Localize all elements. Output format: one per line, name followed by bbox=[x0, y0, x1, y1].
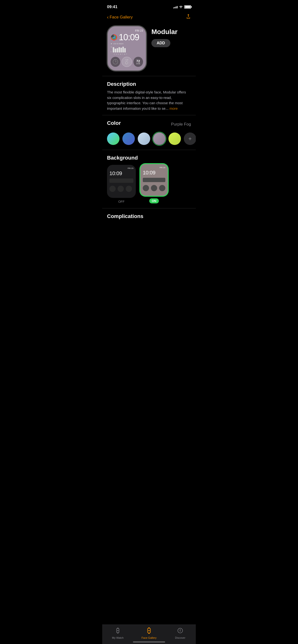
chevron-left-icon: ‹ bbox=[107, 14, 109, 20]
timer-complication bbox=[111, 57, 120, 67]
description-section: Description The most flexible digital-st… bbox=[102, 76, 196, 115]
back-button[interactable]: ‹ Face Gallery bbox=[107, 14, 133, 20]
background-off-option[interactable]: FRI 23 10:09 OFF bbox=[107, 165, 136, 204]
bg-off-time: 10:09 bbox=[109, 170, 133, 176]
bg-on-date: FRI 23 bbox=[160, 166, 165, 169]
nav-arrow-icon: ➤ bbox=[111, 43, 112, 45]
color-header: Color Purple Fog bbox=[107, 120, 191, 129]
watch-date: FRI 23 bbox=[135, 29, 143, 32]
color-swatches: + bbox=[107, 132, 191, 145]
color-section: Color Purple Fog + bbox=[102, 115, 196, 150]
add-button[interactable]: ADD bbox=[152, 39, 170, 47]
status-icons bbox=[173, 5, 191, 9]
battery-icon bbox=[184, 5, 191, 8]
color-swatch-mint-green[interactable] bbox=[107, 132, 119, 145]
color-swatch-purple-fog[interactable] bbox=[153, 132, 166, 145]
activity-ring-icon bbox=[111, 34, 117, 41]
share-button[interactable] bbox=[186, 14, 191, 20]
color-selected-name: Purple Fog bbox=[171, 122, 191, 127]
temp-complication: 72 64 88 bbox=[133, 57, 143, 67]
hero-section: FRI 23 10:09 bbox=[102, 23, 196, 76]
svg-line-13 bbox=[125, 64, 126, 64]
signal-icon bbox=[173, 6, 178, 8]
background-on-option[interactable]: FRI 23 10:09 ON bbox=[140, 164, 169, 204]
color-swatch-lime[interactable] bbox=[169, 132, 181, 145]
nav-bar: ‹ Face Gallery bbox=[102, 12, 196, 23]
background-on-badge: ON bbox=[149, 198, 159, 204]
background-off-label: OFF bbox=[118, 200, 124, 204]
back-label: Face Gallery bbox=[110, 15, 133, 20]
color-swatch-blue[interactable] bbox=[122, 132, 135, 145]
watch-face-preview: FRI 23 10:09 bbox=[107, 26, 146, 71]
hero-info: Modular ADD bbox=[152, 26, 191, 47]
color-swatch-light-blue[interactable] bbox=[138, 132, 150, 145]
background-off-preview[interactable]: FRI 23 10:09 bbox=[107, 165, 136, 198]
status-time: 09:41 bbox=[107, 4, 117, 9]
status-bar: 09:41 bbox=[102, 0, 196, 12]
bg-off-date: FRI 23 bbox=[128, 167, 133, 170]
color-title: Color bbox=[107, 120, 121, 126]
svg-line-12 bbox=[125, 62, 126, 62]
watch-time: 10:09 bbox=[119, 33, 139, 42]
background-options: FRI 23 10:09 OFF bbox=[107, 164, 191, 204]
more-link[interactable]: more bbox=[170, 106, 178, 110]
complications-title: Complications bbox=[107, 213, 191, 220]
description-title: Description bbox=[107, 81, 191, 87]
background-on-preview[interactable]: FRI 23 10:09 bbox=[140, 164, 169, 196]
complications-section: Complications bbox=[102, 208, 196, 224]
color-swatch-add-more[interactable]: + bbox=[184, 132, 196, 145]
background-title: Background bbox=[107, 155, 191, 161]
description-body: The most flexible digital-style face, Mo… bbox=[107, 90, 191, 111]
bg-on-time: 10:09 bbox=[143, 170, 165, 176]
face-title: Modular bbox=[152, 28, 191, 36]
wifi-icon bbox=[179, 5, 183, 9]
cup-complication: CUP bbox=[122, 57, 132, 67]
background-section: Background FRI 23 10:09 bbox=[102, 150, 196, 208]
svg-point-9 bbox=[125, 62, 128, 64]
